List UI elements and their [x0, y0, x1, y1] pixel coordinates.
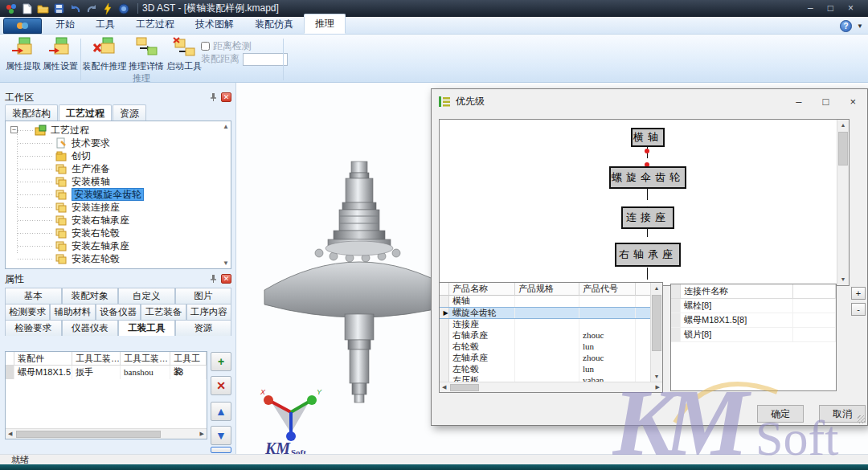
app-logo-icon[interactable]	[5, 2, 17, 14]
redo-icon[interactable]	[85, 2, 97, 14]
scroll-down-icon[interactable]: ▼	[837, 274, 849, 285]
pin-icon[interactable]	[208, 274, 218, 284]
minimize-button[interactable]: –	[808, 0, 813, 17]
ribbon-tab-simulation[interactable]: 装配仿真	[244, 15, 304, 34]
workspace-tab-structure[interactable]: 装配结构	[5, 104, 58, 122]
ribbon-tab-process[interactable]: 工艺过程	[125, 15, 185, 34]
distance-check-checkbox[interactable]	[201, 42, 210, 51]
attribute-set-button[interactable]: 属性设置	[42, 37, 79, 74]
dialog-minimize-button[interactable]: –	[796, 96, 801, 108]
product-row[interactable]: 连接座	[440, 319, 662, 330]
chevron-down-icon[interactable]: ▼	[857, 22, 863, 30]
inference-detail-button[interactable]: 推理详情	[127, 37, 166, 74]
ribbon-tab-diagram[interactable]: 技术图解	[185, 15, 244, 34]
application-menu-button[interactable]	[3, 18, 42, 34]
horizontal-scrollbar[interactable]: ◀ ▶	[6, 428, 207, 439]
scroll-down-icon[interactable]: ▼	[223, 260, 229, 267]
tree-item[interactable]: 创切	[6, 149, 231, 162]
move-down-button[interactable]: ▼	[211, 426, 231, 445]
undo-icon[interactable]	[69, 2, 81, 14]
move-up-button[interactable]: ▲	[211, 402, 231, 421]
pin-icon[interactable]	[208, 92, 218, 102]
scroll-up-icon[interactable]: ▲	[837, 120, 849, 131]
connector-row[interactable]: 螺栓[8]	[671, 299, 836, 313]
save-icon[interactable]	[53, 2, 65, 14]
scroll-left-icon[interactable]: ◀	[440, 384, 448, 390]
open-folder-icon[interactable]	[37, 2, 49, 14]
prop-tab-basic[interactable]: 基本	[5, 288, 62, 304]
dialog-close-button[interactable]: ×	[850, 96, 856, 108]
scroll-right-icon[interactable]: ▶	[198, 431, 207, 437]
flow-node-luoxuansanchilun[interactable]: 螺旋伞齿轮	[609, 166, 686, 189]
view-globe-icon[interactable]	[117, 2, 129, 14]
close-icon[interactable]: ✕	[221, 274, 231, 284]
workspace-tab-resource[interactable]: 资源	[113, 104, 146, 122]
prop-tab-detect-req[interactable]: 检测要求	[5, 304, 50, 320]
resize-grip[interactable]	[858, 415, 866, 423]
product-row[interactable]: 横轴	[440, 296, 662, 307]
prop-tab-instruments[interactable]: 仪器仪表	[62, 320, 119, 336]
ribbon-tab-start[interactable]: 开始	[45, 15, 85, 34]
close-icon[interactable]: ✕	[221, 92, 231, 102]
tree-root[interactable]: − 工艺过程	[6, 124, 231, 137]
priority-flowchart[interactable]: 横轴 螺旋伞齿轮 连接座 右轴承座 ▲ ▼	[439, 119, 850, 286]
prop-tab-custom[interactable]: 自定义	[118, 288, 175, 304]
tree-collapse-icon[interactable]: −	[10, 126, 18, 133]
prop-tab-resource[interactable]: 资源	[175, 320, 232, 336]
table-horizontal-scrollbar[interactable]: ◀ ▶	[440, 382, 662, 392]
tree-item[interactable]: 安装右轴承座	[6, 214, 231, 227]
new-file-icon[interactable]	[21, 2, 33, 14]
tree-item[interactable]: 安装左轴承座	[6, 239, 231, 252]
product-row[interactable]: 右轮毂lun	[440, 341, 662, 353]
flow-node-youzhouchengzuo[interactable]: 右轴承座	[615, 243, 681, 267]
product-row[interactable]: 右轴承座zhouc	[440, 330, 662, 341]
ribbon-tab-inference[interactable]: 推理	[304, 14, 346, 34]
table-vertical-scrollbar[interactable]: ▲ ▼	[650, 283, 662, 382]
add-row-button[interactable]: +	[211, 352, 231, 371]
prop-tab-picture[interactable]: 图片	[175, 288, 232, 304]
assembly-inference-button[interactable]: 装配件推理	[84, 37, 125, 74]
list-add-button[interactable]: +	[851, 287, 866, 300]
launch-tool-button[interactable]: 启动工具	[166, 37, 203, 74]
dialog-title-bar[interactable]: 优先级 – □ ×	[432, 89, 867, 113]
tooling-table-row[interactable]: 螺母M18X1.5 扳手 banshou 33	[6, 366, 207, 379]
workspace-tab-process[interactable]: 工艺过程	[59, 104, 112, 122]
tree-item[interactable]: 技术要求	[6, 137, 231, 149]
prop-tab-step-content[interactable]: 工序内容	[186, 304, 231, 320]
connector-row[interactable]: 螺母M18X1.5[8]	[671, 313, 836, 328]
tree-item-selected[interactable]: 安装螺旋伞齿轮	[6, 188, 231, 201]
prop-tab-tooling[interactable]: 工装工具	[118, 320, 175, 336]
flow-node-lianjiezuo[interactable]: 连接座	[621, 206, 674, 229]
extra-row-button[interactable]	[211, 447, 231, 453]
help-icon[interactable]: ?	[840, 20, 852, 32]
lightning-icon[interactable]	[101, 2, 113, 14]
tree-item[interactable]: 生产准备	[6, 162, 231, 175]
product-row[interactable]: 左轮毂lun	[440, 364, 662, 375]
list-remove-button[interactable]: -	[851, 303, 866, 316]
scroll-right-icon[interactable]: ▶	[653, 384, 662, 390]
scroll-up-icon[interactable]: ▲	[223, 123, 229, 130]
assembly-distance-input[interactable]	[243, 53, 288, 66]
prop-tab-assembly-object[interactable]: 装配对象	[62, 288, 119, 304]
tree-item[interactable]: 安装连接座	[6, 201, 231, 214]
connector-row[interactable]: 锁片[8]	[671, 328, 836, 342]
maximize-button[interactable]: □	[828, 0, 833, 17]
flowchart-vertical-scrollbar[interactable]: ▲ ▼	[837, 120, 849, 285]
scroll-down-icon[interactable]: ▼	[651, 371, 662, 382]
dialog-maximize-button[interactable]: □	[823, 96, 829, 108]
tree-item[interactable]: 安装左轮毂	[6, 252, 231, 265]
prop-tab-inspect-req[interactable]: 检验要求	[5, 320, 62, 336]
scroll-left-icon[interactable]: ◀	[6, 431, 14, 437]
flow-node-hengzhou[interactable]: 横轴	[631, 128, 665, 147]
ok-button[interactable]: 确定	[757, 405, 804, 423]
tree-item[interactable]: 安装右轮毂	[6, 227, 231, 239]
prop-tab-aux-material[interactable]: 辅助材料	[50, 304, 95, 320]
delete-row-button[interactable]: ✕	[211, 376, 231, 395]
ribbon-tab-tools[interactable]: 工具	[85, 15, 125, 34]
close-button[interactable]: ×	[848, 0, 854, 17]
prop-tab-equipment[interactable]: 设备仪器	[96, 304, 141, 320]
product-row-selected[interactable]: ▶螺旋伞齿轮	[440, 307, 662, 319]
tree-item[interactable]: 安装横轴	[6, 175, 231, 188]
scroll-up-icon[interactable]: ▲	[651, 283, 662, 294]
attribute-extract-button[interactable]: 属性提取	[5, 37, 42, 74]
